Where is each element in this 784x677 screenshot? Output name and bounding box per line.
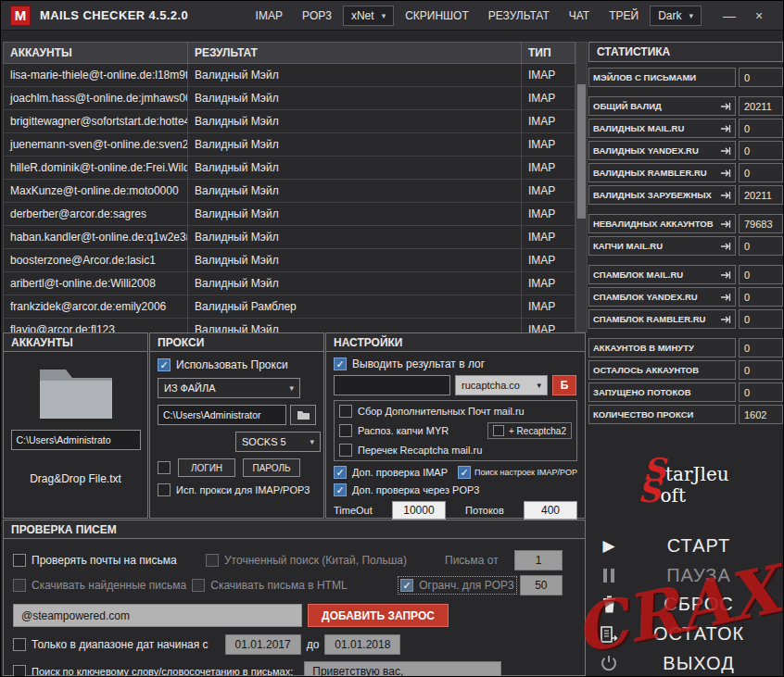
use-proxy-for-imap-pop3-checkbox[interactable]	[158, 483, 171, 496]
stat-value: 0	[739, 287, 783, 307]
export-icon[interactable]	[720, 293, 731, 302]
captcha-key-input[interactable]	[334, 375, 450, 395]
refined-search-checkbox[interactable]	[206, 554, 219, 567]
logo-text: oft	[661, 487, 686, 504]
collect-mail-checkbox[interactable]	[339, 405, 352, 418]
date-to-input[interactable]: 01.01.2018	[324, 634, 400, 655]
export-icon[interactable]	[720, 169, 731, 178]
table-row[interactable]: hilleR.dominik@t-online.de:Frei.Wild Вал…	[3, 157, 575, 180]
type-cell: IMAP	[522, 180, 575, 203]
captcha-service-value: rucaptcha.co	[462, 380, 520, 391]
date-range-checkbox[interactable]	[13, 638, 26, 651]
accounts-panel: АККАУНТЫ C:\Users\Administrato Drag&Drop…	[3, 332, 148, 519]
power-icon	[601, 655, 617, 671]
date-from-input[interactable]: 01.01.2017	[225, 634, 301, 655]
check-icon: ✓	[335, 468, 344, 478]
download-found-checkbox[interactable]	[13, 579, 26, 592]
threads-input[interactable]: 400	[524, 501, 577, 520]
stat-label: ВАЛИДНЫХ YANDEX.RU	[588, 141, 736, 160]
add-query-button[interactable]: ДОБАВИТЬ ЗАПРОС	[308, 604, 449, 627]
menu-screenshot[interactable]: СКРИНШОТ	[397, 6, 477, 26]
theme-combobox[interactable]: Dark ▾	[650, 6, 702, 26]
pop3-limit-checkbox[interactable]: ✓	[400, 579, 413, 592]
table-row[interactable]: derberber@arcor.de:sagres Валидный Мэйл …	[3, 203, 575, 226]
close-button[interactable]: ×	[744, 5, 774, 27]
check-icon: ✓	[159, 360, 168, 370]
captcha-service-combobox[interactable]: rucaptcha.co ▾	[455, 375, 548, 395]
proxy-password-button[interactable]: ПАРОЛЬ	[243, 458, 300, 477]
keyword-search-checkbox[interactable]	[13, 665, 26, 677]
letters-from-input[interactable]: 1	[514, 550, 563, 570]
table-row[interactable]: frankzidek@arcor.de:emily2006 Валидный Р…	[3, 295, 575, 319]
folder-icon[interactable]	[36, 363, 116, 420]
export-icon[interactable]	[720, 315, 731, 324]
table-row[interactable]: lisa-marie-thiele@t-online.de:l18m9t Вал…	[3, 64, 575, 87]
check-letters-checkbox[interactable]	[13, 554, 26, 567]
export-icon[interactable]	[720, 146, 731, 156]
reset-button[interactable]: СБРОС	[588, 590, 784, 620]
log-output-checkbox[interactable]: ✓	[334, 357, 347, 370]
recaptcha2-checkbox[interactable]	[493, 425, 504, 436]
table-header: АККАУНТЫ РЕЗУЛЬТАТ ТИП	[3, 42, 575, 64]
table-row[interactable]: brigittewagner@sofortstart.de:hotte4 Вал…	[3, 110, 575, 133]
imap-extra-check-checkbox[interactable]: ✓	[334, 466, 347, 479]
account-cell: frankzidek@arcor.de:emily2006	[3, 295, 188, 319]
col-header-accounts[interactable]: АККАУНТЫ	[3, 42, 188, 64]
stat-value: 0	[739, 119, 783, 138]
minimize-button[interactable]: —	[714, 5, 744, 27]
result-cell: Валидный Мэйл	[188, 226, 522, 249]
imap-pop-settings-search-checkbox[interactable]: ✓	[458, 466, 471, 479]
export-icon[interactable]	[720, 102, 731, 111]
proxy-login-button[interactable]: ЛОГИН	[178, 458, 235, 477]
table-row[interactable]: boosterzone@Arcor.de:lasic1 Валидный Мэй…	[3, 249, 575, 272]
table-row[interactable]: haban.kandler@t-online.de:q1w2e3r4 Валид…	[3, 226, 575, 249]
table-scrollbar[interactable]	[575, 42, 588, 332]
accounts-file-path[interactable]: C:\Users\Administrato	[11, 430, 141, 450]
proxy-source-combobox[interactable]: ИЗ ФАЙЛА ▾	[158, 378, 300, 398]
menu-chat[interactable]: ЧАТ	[561, 6, 598, 26]
result-cell: Валидный Мэйл	[188, 110, 522, 133]
menu-tray[interactable]: ТРЕЙ	[601, 6, 647, 26]
rest-button[interactable]: ОСТАТОК	[588, 620, 784, 649]
scrollbar-thumb[interactable]	[577, 84, 586, 219]
export-icon[interactable]	[720, 242, 731, 251]
table-row[interactable]: MaxKunze@t-online.de:moto0000 Валидный М…	[3, 180, 575, 203]
check-icon: ✓	[335, 485, 344, 495]
recheck-recaptcha-checkbox[interactable]	[339, 444, 352, 457]
export-icon[interactable]	[720, 219, 731, 229]
check-icon: ✓	[335, 359, 344, 370]
proxy-file-path-input[interactable]: C:\Users\Administrator	[158, 405, 286, 425]
use-proxy-checkbox[interactable]: ✓	[158, 358, 171, 371]
table-row[interactable]: juenemann-sven@t-online.de:sven20 Валидн…	[3, 133, 575, 157]
balance-button[interactable]: Б	[552, 375, 576, 395]
menu-imap[interactable]: IMAP	[247, 6, 291, 26]
download-html-checkbox[interactable]	[192, 579, 205, 592]
col-header-result[interactable]: РЕЗУЛЬТАТ	[188, 42, 522, 64]
export-icon[interactable]	[720, 270, 731, 280]
start-button[interactable]: ▶ СТАРТ	[588, 532, 784, 561]
pop3-extra-check-checkbox[interactable]: ✓	[334, 483, 347, 496]
pause-button[interactable]: ПАУЗА	[588, 561, 784, 591]
menu-xnet-label: xNet	[351, 9, 374, 22]
table-row[interactable]: joachlm.hass@t-online.de:jmhaws00 Валидн…	[3, 87, 575, 110]
menu-xnet-combobox[interactable]: xNet ▾	[343, 6, 394, 26]
table-row[interactable]: aribertl@t-online.de:Willi2008 Валидный …	[3, 272, 575, 295]
table-row[interactable]: flavio@arcor.de:fl123 Валидный Мэйл IMAP	[3, 319, 575, 332]
menu-pop3[interactable]: POP3	[294, 6, 340, 26]
chevron-down-icon: ▾	[537, 381, 541, 390]
result-cell: Валидный Мэйл	[188, 64, 522, 87]
browse-folder-button[interactable]	[290, 405, 316, 425]
menu-result[interactable]: РЕЗУЛЬТАТ	[480, 6, 558, 26]
search-query-input[interactable]: @steampowered.com	[13, 604, 302, 627]
exit-button[interactable]: ВЫХОД	[588, 648, 784, 677]
proxy-auth-checkbox[interactable]	[158, 461, 171, 474]
export-icon[interactable]	[720, 191, 731, 200]
pop3-limit-input[interactable]: 50	[520, 575, 563, 596]
keyword-input[interactable]: Приветствую вас,	[304, 661, 501, 677]
proxy-type-combobox[interactable]: SOCKS 5 ▾	[235, 432, 321, 452]
export-icon[interactable]	[720, 124, 731, 133]
stat-label: АККАУНТОВ В МИНУТУ	[588, 338, 736, 357]
col-header-type[interactable]: ТИП	[522, 42, 575, 64]
timeout-input[interactable]: 10000	[392, 501, 446, 520]
recognize-captcha-checkbox[interactable]	[339, 424, 352, 437]
